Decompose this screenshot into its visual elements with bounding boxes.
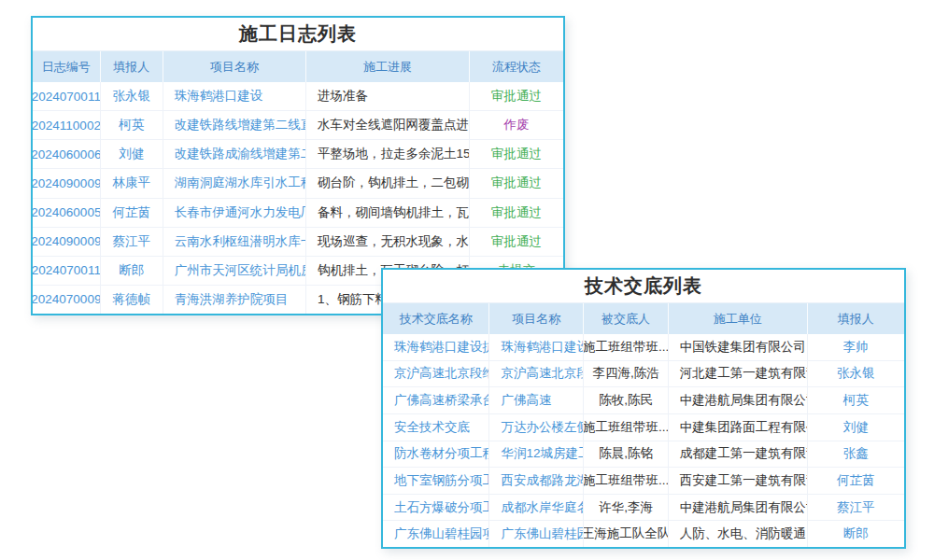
log-id-link[interactable]: 2024110002	[33, 111, 101, 139]
reporter-link[interactable]: 柯英	[808, 387, 904, 413]
table-row: 广东佛山碧桂园项目... 广东佛山碧桂园项目 王海施工队全队 人防、水电、消防暖…	[383, 520, 904, 547]
project-link[interactable]: 湖南洞庭湖水库引水工程...	[163, 169, 306, 197]
contractor-cell: 成都建工第一建筑有限责任公司	[669, 441, 808, 468]
progress-cell: 平整场地，拉走多余泥土15辆...	[306, 140, 470, 168]
project-link[interactable]: 成都水岸华庭名苑...	[489, 495, 584, 521]
table-row: 土石方爆破分项工程... 成都水岸华庭名苑... 许华,李海 中建港航局集团有限…	[383, 494, 904, 521]
table-row: 2024060006 刘健 改建铁路成渝线增建第二... 平整场地，拉走多余泥土…	[33, 139, 563, 168]
disclosee-cell: 王海施工队全队	[584, 521, 668, 547]
contractor-cell: 中建集团路面工程有限公司	[669, 414, 808, 441]
reporter-link[interactable]: 蒋德帧	[101, 286, 163, 314]
status-badge: 审批通过	[470, 228, 563, 256]
log-id-link[interactable]: 2024070009	[33, 286, 101, 314]
disclosee-cell: 许华,李海	[584, 495, 668, 521]
project-link[interactable]: 青海洪湖养护院项目	[163, 286, 306, 314]
disclosee-cell: 施工班组带班...	[584, 414, 668, 441]
project-link[interactable]: 万达办公楼左侧A...	[489, 414, 584, 441]
table-row: 2024070011 张永银 珠海鹤港口建设 进场准备 审批通过	[33, 82, 563, 110]
column-header-progress: 施工进展	[306, 51, 470, 82]
table-row: 2024090009 林康平 湖南洞庭湖水库引水工程... 砌台阶，钩机排土，二…	[33, 168, 563, 197]
table-row: 珠海鹤港口建设抗浮... 珠海鹤港口建设 施工班组带班... 中国铁建集团有限公…	[383, 334, 904, 360]
disclosure-name-link[interactable]: 地下室钢筋分项工程...	[383, 468, 489, 494]
progress-cell: 进场准备	[306, 82, 470, 110]
contractor-cell: 中建港航局集团有限公司	[669, 495, 808, 521]
disclosure-name-link[interactable]: 土石方爆破分项工程...	[383, 495, 489, 521]
reporter-link[interactable]: 李帅	[808, 334, 904, 360]
disclosure-name-link[interactable]: 防水卷材分项工程施...	[383, 441, 489, 468]
disclosee-cell: 陈晨,陈铭	[584, 441, 668, 468]
table-row: 地下室钢筋分项工程... 西安成都路龙湖上... 施工班组带班... 西安建工第…	[383, 467, 904, 494]
column-header-status: 流程状态	[470, 51, 563, 82]
column-header-log-id: 日志编号	[33, 51, 101, 82]
disclosee-cell: 陈牧,陈民	[584, 387, 668, 413]
project-link[interactable]: 改建铁路成渝线增建第二...	[163, 140, 306, 168]
column-header-disclosee: 被交底人	[584, 303, 668, 334]
tech-disclosure-title: 技术交底列表	[383, 270, 904, 303]
reporter-link[interactable]: 张鑫	[808, 441, 904, 468]
status-badge: 审批通过	[470, 169, 563, 197]
reporter-link[interactable]: 林康平	[101, 169, 163, 197]
table-row: 2024090009 蔡江平 云南水利枢纽潜明水库一... 现场巡查，无积水现象…	[33, 227, 563, 256]
reporter-link[interactable]: 断郎	[808, 521, 904, 547]
contractor-cell: 中建港航局集团有限公司	[669, 387, 808, 413]
status-badge: 审批通过	[470, 140, 563, 168]
disclosee-cell: 李四海,陈浩	[584, 361, 668, 387]
construction-log-header-row: 日志编号 填报人 项目名称 施工进展 流程状态	[33, 51, 563, 82]
progress-cell: 现场巡查，无积水现象，水马...	[306, 228, 470, 256]
reporter-link[interactable]: 蔡江平	[808, 495, 904, 521]
reporter-link[interactable]: 刘健	[101, 140, 163, 168]
reporter-link[interactable]: 刘健	[808, 414, 904, 441]
column-header-project: 项目名称	[163, 51, 306, 82]
reporter-link[interactable]: 张永银	[101, 82, 163, 110]
construction-log-title: 施工日志列表	[33, 18, 563, 51]
disclosure-name-link[interactable]: 广佛高速桥梁承台施...	[383, 387, 489, 413]
disclosee-cell: 施工班组带班...	[584, 334, 668, 360]
log-id-link[interactable]: 2024070011	[33, 257, 101, 285]
project-link[interactable]: 西安成都路龙湖上...	[489, 468, 584, 494]
log-id-link[interactable]: 2024060005	[33, 199, 101, 227]
log-id-link[interactable]: 2024090009	[33, 228, 101, 256]
disclosure-name-link[interactable]: 安全技术交底	[383, 414, 489, 441]
reporter-link[interactable]: 张永银	[808, 361, 904, 387]
disclosure-name-link[interactable]: 京沪高速北京段维修...	[383, 361, 489, 387]
contractor-cell: 中国铁建集团有限公司	[669, 334, 808, 360]
project-link[interactable]: 珠海鹤港口建设	[489, 334, 584, 360]
column-header-project: 项目名称	[489, 303, 584, 334]
contractor-cell: 人防、水电、消防暖通	[669, 521, 808, 547]
status-badge: 审批通过	[470, 82, 563, 110]
project-link[interactable]: 珠海鹤港口建设	[163, 82, 306, 110]
status-badge: 审批通过	[470, 199, 563, 227]
log-id-link[interactable]: 2024070011	[33, 82, 101, 110]
project-link[interactable]: 广东佛山碧桂园项目	[489, 521, 584, 547]
reporter-link[interactable]: 柯英	[101, 111, 163, 139]
progress-cell: 水车对全线遮阳网覆盖点进行...	[306, 111, 470, 139]
log-id-link[interactable]: 2024060006	[33, 140, 101, 168]
table-row: 2024110002 柯英 改建铁路线增建第二线直... 水车对全线遮阳网覆盖点…	[33, 110, 563, 139]
reporter-link[interactable]: 蔡江平	[101, 228, 163, 256]
progress-cell: 砌台阶，钩机排土，二包砌间...	[306, 169, 470, 197]
reporter-link[interactable]: 何芷茵	[808, 468, 904, 494]
disclosure-name-link[interactable]: 珠海鹤港口建设抗浮...	[383, 334, 489, 360]
project-link[interactable]: 广佛高速	[489, 387, 584, 413]
contractor-cell: 河北建工第一建筑有限责任公司	[669, 361, 808, 387]
project-link[interactable]: 广州市天河区统计局机房...	[163, 257, 306, 285]
column-header-reporter: 填报人	[808, 303, 904, 334]
table-row: 广佛高速桥梁承台施... 广佛高速 陈牧,陈民 中建港航局集团有限公司 柯英	[383, 386, 904, 413]
project-link[interactable]: 长春市伊通河水力发电厂...	[163, 199, 306, 227]
project-link[interactable]: 改建铁路线增建第二线直...	[163, 111, 306, 139]
column-header-reporter: 填报人	[101, 51, 163, 82]
column-header-disclosure-name: 技术交底名称	[383, 303, 489, 334]
column-header-contractor: 施工单位	[669, 303, 808, 334]
tech-disclosure-panel: 技术交底列表 技术交底名称 项目名称 被交底人 施工单位 填报人 珠海鹤港口建设…	[381, 268, 906, 549]
table-row: 京沪高速北京段维修... 京沪高速北京段维修 李四海,陈浩 河北建工第一建筑有限…	[383, 360, 904, 387]
log-id-link[interactable]: 2024090009	[33, 169, 101, 197]
disclosure-name-link[interactable]: 广东佛山碧桂园项目...	[383, 521, 489, 547]
reporter-link[interactable]: 断郎	[101, 257, 163, 285]
reporter-link[interactable]: 何芷茵	[101, 199, 163, 227]
project-link[interactable]: 京沪高速北京段维修	[489, 361, 584, 387]
contractor-cell: 西安建工第一建筑有限责任公司	[669, 468, 808, 494]
disclosee-cell: 施工班组带班...	[584, 468, 668, 494]
project-link[interactable]: 华润12城房建工...	[489, 441, 584, 468]
table-row: 2024060005 何芷茵 长春市伊通河水力发电厂... 备料，砌间墙钩机排土…	[33, 198, 563, 227]
project-link[interactable]: 云南水利枢纽潜明水库一...	[163, 228, 306, 256]
